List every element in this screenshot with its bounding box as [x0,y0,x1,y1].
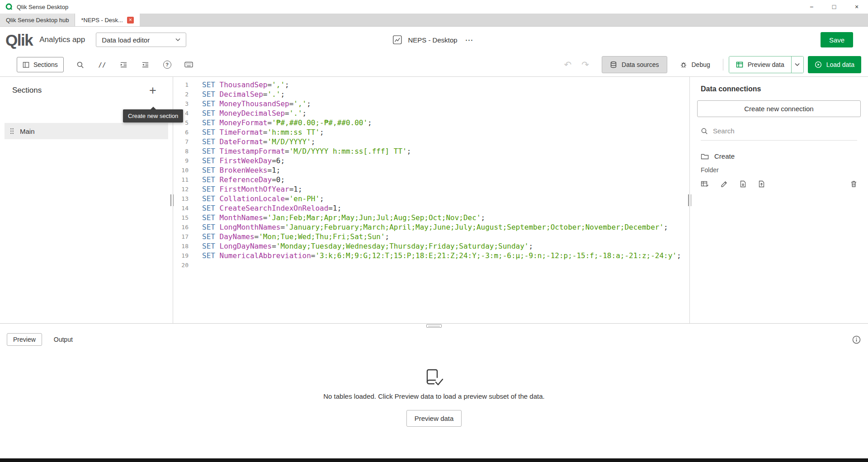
undo-icon[interactable]: ↶ [564,59,571,70]
app-thumbnail-icon [392,35,402,45]
sections-toggle-button[interactable]: Sections [17,57,64,72]
code-line[interactable]: SET FirstMonthOfYear=1; [202,184,689,194]
code-line[interactable]: SET MonthNames='Jan;Feb;Mar;Apr;May;Jun;… [202,213,689,222]
edit-connection-icon[interactable] [721,180,728,188]
minimize-button[interactable]: − [800,0,823,14]
connections-search-input[interactable] [713,127,857,135]
line-number: 9 [173,156,202,165]
tab-strip: Qlik Sense Desktop hub *NEPS - Desk... × [0,14,868,27]
indent-icon[interactable] [119,60,128,70]
code-line[interactable]: SET ThousandSep=','; [202,80,689,90]
line-number: 16 [173,222,202,232]
connections-search [701,127,857,141]
select-data-icon[interactable] [701,180,709,188]
preview-data-empty-button[interactable]: Preview data [406,410,462,427]
app-type-label: Analytics app [39,35,85,44]
preview-data-caret-button[interactable] [791,57,803,73]
code-line[interactable]: SET FirstWeekDay=6; [202,156,689,165]
comment-icon[interactable]: // [98,60,107,70]
window-controls: − □ × [800,0,868,14]
debug-button[interactable]: Debug [673,56,717,73]
help-glyph: ? [163,61,171,69]
tab-app-active[interactable]: *NEPS - Desk... × [75,14,139,26]
load-file-icon[interactable] [740,180,746,188]
toolbar-right-group: ↶ ↷ Data sources Debug [564,56,861,73]
redo-icon[interactable]: ↷ [581,59,589,70]
preview-data-button[interactable]: Preview data [729,57,791,73]
save-button[interactable]: Save [821,32,853,47]
connection-name-row[interactable]: Create [701,152,857,160]
code-line[interactable]: SET NumericalAbbreviation='3:k;6:M;9:G;1… [202,251,689,260]
tab-hub-label: Qlik Sense Desktop hub [6,17,69,24]
script-editor[interactable]: 1234567891011121314151617181920 SET Thou… [173,77,689,323]
right-panel-resize-handle[interactable] [688,194,691,206]
info-icon[interactable] [852,335,861,344]
bottom-panel-tabs: Preview Output [0,329,868,346]
code-lines: SET ThousandSep=',';SET DecimalSep='.';S… [202,80,689,323]
code-line[interactable]: SET LongMonthNames='January;February;Mar… [202,222,689,232]
view-selector-dropdown[interactable]: Data load editor [96,33,186,47]
code-line[interactable]: SET LongDayNames='Monday;Tuesday;Wednesd… [202,241,689,251]
preview-data-split-button: Preview data [729,56,804,73]
journal-check-icon [424,368,444,386]
code-line[interactable]: SET CollationLocale='en-PH'; [202,194,689,203]
create-new-connection-button[interactable]: Create new connection [697,100,861,117]
load-data-label: Load data [826,61,854,68]
folder-icon [701,153,709,160]
outdent-icon[interactable] [141,60,150,70]
app-title-group: NEPS - Desktop ⋯ [392,35,476,45]
delete-connection-icon[interactable] [850,180,857,188]
create-section-button[interactable]: + [146,84,159,97]
data-sources-toggle-button[interactable]: Data sources [602,56,667,73]
tab-app-label: *NEPS - Desk... [81,17,123,24]
connection-item[interactable]: Create Folder [690,152,868,188]
code-line[interactable]: SET CreateSearchIndexOnReload=1; [202,203,689,213]
load-data-button[interactable]: Load data [808,56,861,73]
code-line[interactable]: SET MoneyThousandSep=','; [202,99,689,108]
connection-actions [701,180,857,188]
splitter-grip[interactable] [426,324,442,328]
line-number: 8 [173,146,202,156]
code-line[interactable]: SET DateFormat='M/D/YYYY'; [202,137,689,146]
code-line[interactable]: SET ReferenceDay=0; [202,175,689,184]
empty-state-message: No tables loaded. Click Preview data to … [323,392,544,400]
close-button[interactable]: × [845,0,868,14]
connection-type-label: Folder [701,166,857,174]
code-line[interactable]: SET TimeFormat='h:mm:ss TT'; [202,127,689,137]
view-selector-value: Data load editor [102,36,150,44]
maximize-button[interactable]: □ [823,0,845,14]
code-line[interactable]: SET DecimalSep='.'; [202,90,689,99]
line-number: 18 [173,241,202,251]
code-line[interactable]: SET DayNames='Mon;Tue;Wed;Thu;Fri;Sat;Su… [202,232,689,241]
keyboard-shortcuts-icon[interactable] [184,60,193,70]
debug-label: Debug [692,61,710,68]
editor-toolbar: Sections // ? ↶ ↷ [0,53,868,77]
tab-close-icon[interactable]: × [127,17,134,24]
code-line[interactable]: SET BrokenWeeks=1; [202,165,689,175]
search-icon [701,127,708,135]
left-panel-resize-handle[interactable] [170,194,174,206]
line-number: 19 [173,251,202,260]
preview-data-label: Preview data [748,61,784,68]
tab-output[interactable]: Output [48,334,79,345]
code-line[interactable]: SET TimestampFormat='M/D/YYYY h:mm:ss[.f… [202,146,689,156]
drag-handle-icon[interactable] [10,127,14,135]
tab-hub[interactable]: Qlik Sense Desktop hub [0,14,75,26]
sections-icon [23,61,29,68]
line-number: 7 [173,137,202,146]
code-line[interactable]: SET MoneyFormat='₱#,##0.00;-₱#,##0.00'; [202,118,689,127]
tab-preview[interactable]: Preview [7,333,42,346]
search-icon[interactable] [76,60,85,70]
database-icon [610,61,617,68]
bottom-panel: Preview Output No tables loaded. Click P… [0,329,868,458]
connection-name: Create [714,152,735,160]
preview-data-icon [736,61,743,68]
app-menu-button[interactable]: ⋯ [463,35,476,45]
line-number: 3 [173,99,202,108]
export-file-icon[interactable] [758,180,765,188]
editor-tool-icons: // ? [76,60,193,70]
code-line[interactable] [202,260,689,270]
code-line[interactable]: SET MoneyDecimalSep='.'; [202,108,689,118]
help-icon[interactable]: ? [163,60,172,70]
section-item-main[interactable]: Main [5,123,168,139]
